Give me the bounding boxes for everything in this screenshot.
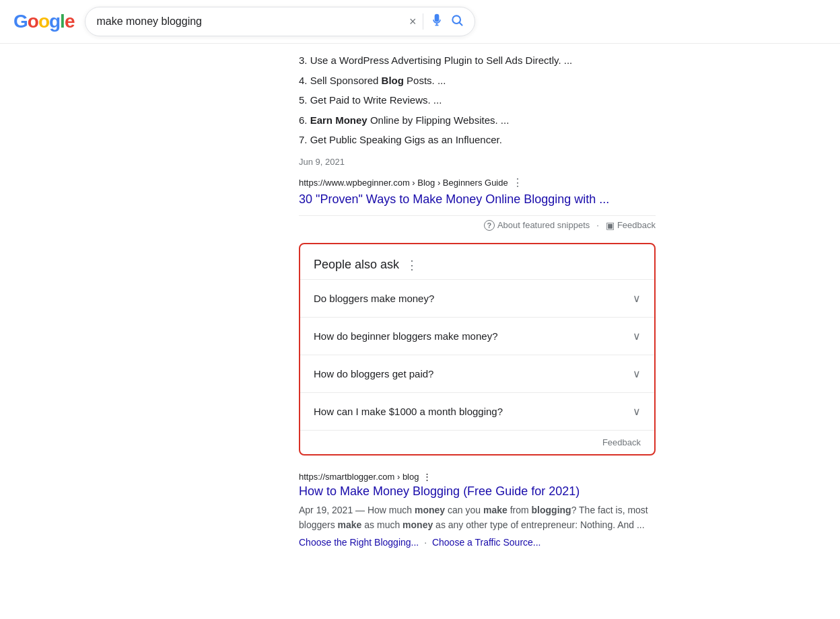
divider xyxy=(423,13,423,30)
source-menu-icon[interactable]: ⋮ xyxy=(512,176,523,189)
chevron-down-icon-3: ∨ xyxy=(633,367,641,380)
breadcrumb: https://www.wpbeginner.com › Blog › Begi… xyxy=(299,178,508,188)
list-item: 6. Earn Money Online by Flipping Website… xyxy=(299,110,656,131)
snippet-date: Jun 9, 2021 xyxy=(299,157,656,167)
second-result: https://smartblogger.com › blog ⋮ How to… xyxy=(299,472,656,548)
paa-header: People also ask ⋮ xyxy=(300,244,654,279)
list-item: 4. Sell Sponsored Blog Posts. ... xyxy=(299,71,656,91)
logo-e: e xyxy=(65,11,75,32)
main-content: 3. Use a WordPress Advertising Plugin to… xyxy=(184,44,656,561)
paa-title: People also ask xyxy=(314,258,399,272)
header: Google × xyxy=(0,0,840,44)
separator: · xyxy=(596,220,599,230)
search-button-icon[interactable] xyxy=(450,13,464,30)
mic-icon[interactable] xyxy=(430,13,444,30)
paa-feedback-link[interactable]: Feedback xyxy=(602,437,641,447)
paa-menu-icon[interactable]: ⋮ xyxy=(406,258,418,272)
paa-question-4: How can I make $1000 a month blogging? xyxy=(314,406,503,417)
result-sub-link-2[interactable]: Choose a Traffic Source... xyxy=(432,537,541,548)
question-icon: ? xyxy=(484,220,495,231)
paa-item-4[interactable]: How can I make $1000 a month blogging? ∨ xyxy=(300,392,654,430)
chevron-down-icon-4: ∨ xyxy=(633,405,641,418)
paa-item-1[interactable]: Do bloggers make money? ∨ xyxy=(300,279,654,317)
about-snippets-label: About featured snippets xyxy=(497,220,590,230)
feedback-label: Feedback xyxy=(617,220,656,230)
paa-item-2[interactable]: How do beginner bloggers make money? ∨ xyxy=(300,317,654,355)
paa-question-2: How do beginner bloggers make money? xyxy=(314,330,498,342)
logo-g: G xyxy=(13,11,28,32)
result-title-link[interactable]: How to Make Money Blogging (Free Guide f… xyxy=(299,484,656,499)
search-bar: × xyxy=(85,7,475,36)
source-link[interactable]: 30 "Proven" Ways to Make Money Online Bl… xyxy=(299,192,656,207)
feedback-icon: ▣ xyxy=(606,220,615,231)
paa-question-3: How do bloggers get paid? xyxy=(314,368,433,379)
about-featured-snippets-link[interactable]: ? About featured snippets xyxy=(484,220,590,231)
list-item: 5. Get Paid to Write Reviews. ... xyxy=(299,90,656,110)
chevron-down-icon-2: ∨ xyxy=(633,330,641,342)
logo-l: l xyxy=(60,11,65,32)
logo-g2: g xyxy=(49,11,60,32)
paa-item-3[interactable]: How do bloggers get paid? ∨ xyxy=(300,355,654,392)
clear-icon[interactable]: × xyxy=(409,15,417,29)
logo-o1: o xyxy=(28,11,38,32)
result-menu-icon[interactable]: ⋮ xyxy=(423,472,431,482)
source-url-line: https://www.wpbeginner.com › Blog › Begi… xyxy=(299,176,656,189)
google-logo: Google xyxy=(13,11,74,32)
people-also-ask-container: People also ask ⋮ Do bloggers make money… xyxy=(299,243,656,456)
logo-o2: o xyxy=(38,11,49,32)
result-sub-links: Choose the Right Blogging... · Choose a … xyxy=(299,537,656,548)
feedback-link[interactable]: ▣ Feedback xyxy=(606,220,656,231)
link-separator: · xyxy=(424,537,429,548)
snippet-list: 3. Use a WordPress Advertising Plugin to… xyxy=(299,50,656,150)
result-breadcrumb: https://smartblogger.com › blog xyxy=(299,472,419,482)
result-sub-link-1[interactable]: Choose the Right Blogging... xyxy=(299,537,419,548)
search-icons: × xyxy=(409,13,464,30)
list-item: 7. Get Public Speaking Gigs as an Influe… xyxy=(299,130,656,150)
list-item: 3. Use a WordPress Advertising Plugin to… xyxy=(299,50,656,71)
result-url-line: https://smartblogger.com › blog ⋮ xyxy=(299,472,656,482)
paa-question-1: Do bloggers make money? xyxy=(314,293,434,304)
snippet-footer: ? About featured snippets · ▣ Feedback xyxy=(299,215,656,243)
result-description: Apr 19, 2021 — How much money can you ma… xyxy=(299,503,656,533)
chevron-down-icon-1: ∨ xyxy=(633,292,641,305)
search-input[interactable] xyxy=(96,15,402,28)
paa-footer: Feedback xyxy=(300,430,654,454)
svg-line-3 xyxy=(460,22,462,25)
